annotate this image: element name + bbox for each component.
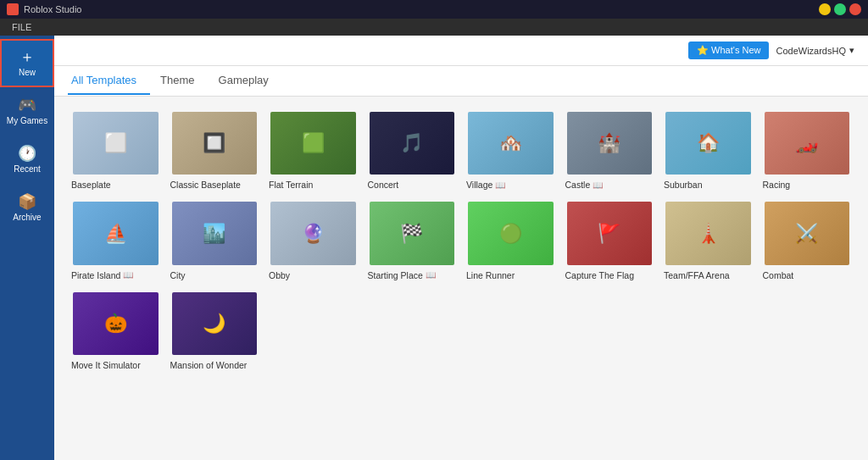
template-label-city: City [170,270,259,280]
window-controls[interactable] [819,3,861,15]
archive-icon: 📦 [18,194,36,209]
template-thumb-inner-baseplate: ⬜ [73,112,159,175]
template-thumb-inner-line-runner: 🟢 [468,202,554,264]
new-icon: ＋ [19,49,35,64]
template-label-castle: Castle📖 [565,180,654,190]
sidebar-item-recent[interactable]: 🕐 Recent [0,136,54,184]
template-card-line-runner[interactable]: 🟢Line Runner [466,200,555,280]
template-card-team-ffa-arena[interactable]: 🗼Team/FFA Arena [664,200,753,280]
template-thumb-capture-the-flag: 🚩 [565,200,654,266]
template-thumb-combat: ⚔️ [763,200,852,266]
book-icon-village: 📖 [495,180,505,190]
sidebar-item-new-label: New [19,68,36,77]
template-thumb-starting-place: 🏁 [368,200,457,266]
template-card-capture-the-flag[interactable]: 🚩Capture The Flag [565,200,654,280]
template-thumb-baseplate: ⬜ [71,110,160,176]
template-card-city[interactable]: 🏙️City [170,200,259,280]
template-label-classic-baseplate: Classic Baseplate [170,180,259,190]
template-card-pirate-island[interactable]: ⛵Pirate Island📖 [71,200,160,280]
sidebar-item-recent-label: Recent [14,164,41,174]
template-card-village[interactable]: 🏘️Village📖 [466,110,555,190]
template-thumb-inner-city: 🏙️ [172,202,258,264]
template-card-combat[interactable]: ⚔️Combat [763,200,852,280]
whats-new-button[interactable]: ⭐ What's New [688,42,769,59]
template-label-combat: Combat [763,270,852,280]
template-thumb-inner-castle: 🏰 [567,112,653,175]
templates-grid: ⬜Baseplate🔲Classic Baseplate🟩Flat Terrai… [71,110,851,370]
sidebar-item-new[interactable]: ＋ New [0,39,54,87]
tab-all-templates[interactable]: All Templates [68,67,150,95]
template-thumb-inner-mansion-of-wonder: 🌙 [172,292,258,355]
sidebar: ＋ New 🎮 My Games 🕐 Recent 📦 Archive [0,36,54,460]
template-card-baseplate[interactable]: ⬜Baseplate [71,110,160,190]
close-button[interactable] [849,3,861,15]
template-card-concert[interactable]: 🎵Concert [368,110,457,190]
template-thumb-inner-move-it-simulator: 🎃 [73,292,159,355]
menubar: FILE [0,19,868,36]
template-thumb-inner-flat-terrain: 🟩 [270,112,356,175]
template-label-obby: Obby [269,270,358,280]
template-label-mansion-of-wonder: Mansion of Wonder [170,360,259,370]
template-label-line-runner: Line Runner [466,270,555,280]
template-label-baseplate: Baseplate [71,180,160,190]
template-card-racing[interactable]: 🏎️Racing [763,110,852,190]
template-card-flat-terrain[interactable]: 🟩Flat Terrain [269,110,358,190]
template-thumb-line-runner: 🟢 [466,200,555,266]
template-label-racing: Racing [763,180,852,190]
template-thumb-inner-racing: 🏎️ [765,112,850,175]
template-thumb-racing: 🏎️ [763,110,852,176]
template-thumb-castle: 🏰 [565,110,654,176]
template-card-castle[interactable]: 🏰Castle📖 [565,110,654,190]
template-card-classic-baseplate[interactable]: 🔲Classic Baseplate [170,110,259,190]
main-layout: ＋ New 🎮 My Games 🕐 Recent 📦 Archive ⭐ Wh… [0,36,868,460]
template-label-capture-the-flag: Capture The Flag [565,270,654,280]
template-thumb-obby: 🔮 [269,200,358,266]
templates-scroll[interactable]: ⬜Baseplate🔲Classic Baseplate🟩Flat Terrai… [54,97,868,460]
sidebar-item-mygames[interactable]: 🎮 My Games [0,87,54,136]
template-label-flat-terrain: Flat Terrain [269,180,358,190]
tabs-bar: All Templates Theme Gameplay [54,66,868,97]
template-card-starting-place[interactable]: 🏁Starting Place📖 [368,200,457,280]
user-dropdown[interactable]: CodeWizardsHQ ▾ [776,45,854,56]
template-thumb-inner-combat: ⚔️ [765,202,850,264]
template-thumb-team-ffa-arena: 🗼 [664,200,753,266]
template-thumb-move-it-simulator: 🎃 [71,291,160,357]
template-label-pirate-island: Pirate Island📖 [71,270,160,280]
app-logo [7,3,19,15]
template-label-concert: Concert [368,180,457,190]
user-chevron-icon: ▾ [849,45,854,56]
tab-theme[interactable]: Theme [157,67,208,95]
template-thumb-mansion-of-wonder: 🌙 [170,291,259,357]
content-area: ⭐ What's New CodeWizardsHQ ▾ All Templat… [54,36,868,460]
template-thumb-inner-concert: 🎵 [370,112,455,175]
tab-gameplay[interactable]: Gameplay [215,67,282,95]
template-label-starting-place: Starting Place📖 [368,270,457,280]
template-card-move-it-simulator[interactable]: 🎃Move It Simulator [71,291,160,370]
template-card-mansion-of-wonder[interactable]: 🌙Mansion of Wonder [170,291,259,370]
titlebar: Roblox Studio [0,0,868,19]
topbar-right: ⭐ What's New CodeWizardsHQ ▾ [688,42,854,59]
template-label-village: Village📖 [466,180,555,190]
topbar: ⭐ What's New CodeWizardsHQ ▾ [54,36,868,66]
template-thumb-inner-starting-place: 🏁 [370,202,455,264]
menu-file[interactable]: FILE [7,22,36,32]
template-thumb-village: 🏘️ [466,110,555,176]
template-thumb-inner-capture-the-flag: 🚩 [567,202,653,264]
template-thumb-inner-village: 🏘️ [468,112,554,175]
template-card-obby[interactable]: 🔮Obby [269,200,358,280]
titlebar-left: Roblox Studio [7,3,82,15]
template-thumb-city: 🏙️ [170,200,259,266]
template-thumb-inner-suburban: 🏠 [665,112,751,175]
minimize-button[interactable] [819,3,831,15]
template-thumb-classic-baseplate: 🔲 [170,110,259,176]
template-thumb-concert: 🎵 [368,110,457,176]
sidebar-item-archive-label: Archive [13,213,41,222]
template-thumb-inner-pirate-island: ⛵ [73,202,159,264]
template-card-suburban[interactable]: 🏠Suburban [664,110,753,190]
maximize-button[interactable] [834,3,846,15]
template-label-team-ffa-arena: Team/FFA Arena [664,270,753,280]
template-label-move-it-simulator: Move It Simulator [71,360,160,370]
template-thumb-inner-team-ffa-arena: 🗼 [665,202,751,264]
sidebar-item-archive[interactable]: 📦 Archive [0,184,54,232]
recent-icon: 🕐 [18,146,36,161]
